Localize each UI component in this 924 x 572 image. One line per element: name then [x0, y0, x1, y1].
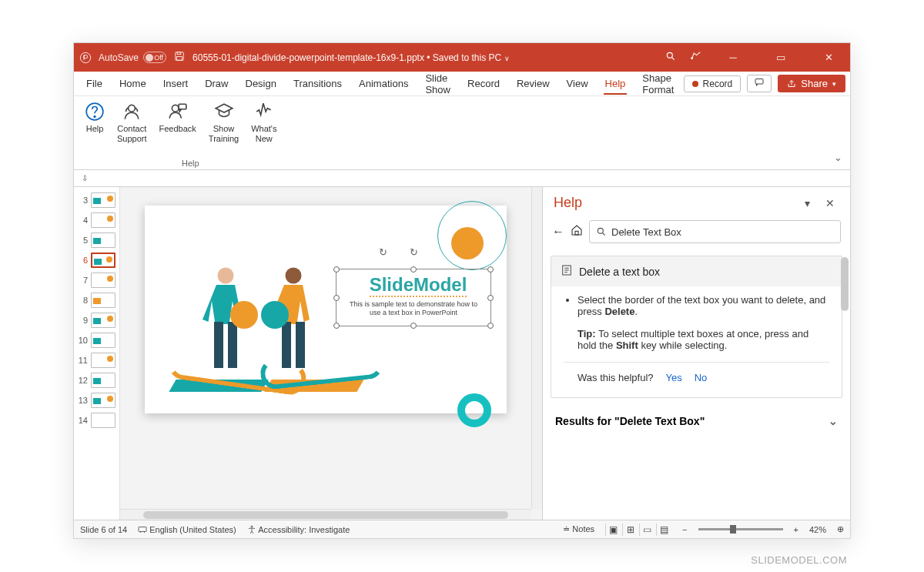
slideshow-view-button[interactable]: ▤	[656, 523, 671, 536]
help-search-input[interactable]: Delete Text Box	[589, 220, 841, 243]
vertical-scrollbar[interactable]	[531, 187, 542, 509]
slide-thumb-12[interactable]: 12	[74, 370, 119, 390]
qat-customize-icon[interactable]: ⇩	[82, 174, 88, 182]
slide-thumb-8[interactable]: 8	[74, 290, 119, 310]
tab-record[interactable]: Record	[460, 73, 507, 94]
ribbon-help-button[interactable]: Help	[79, 99, 111, 168]
notes-button[interactable]: ≐ Notes	[563, 524, 594, 534]
zoom-in-button[interactable]: +	[794, 525, 798, 534]
slide-thumb-10[interactable]: 10	[74, 330, 119, 350]
slide-thumb-14[interactable]: 14	[74, 410, 119, 430]
chevron-down-icon: ⌄	[829, 415, 838, 427]
record-button[interactable]: Record	[684, 75, 742, 92]
tab-file[interactable]: File	[79, 73, 110, 94]
normal-view-button[interactable]: ▣	[605, 523, 621, 536]
tab-view[interactable]: View	[559, 73, 596, 94]
tab-review[interactable]: Review	[509, 73, 557, 94]
svg-point-20	[261, 301, 289, 329]
comments-button[interactable]	[747, 75, 772, 92]
resize-handle[interactable]	[487, 266, 494, 273]
qat-strip: ⇩	[74, 170, 850, 187]
tab-draw[interactable]: Draw	[197, 73, 236, 94]
ribbon-feedback-button[interactable]: Feedback	[153, 99, 203, 168]
tab-home[interactable]: Home	[112, 73, 154, 94]
zoom-out-button[interactable]: −	[682, 525, 687, 534]
feedback-no-link[interactable]: No	[695, 372, 708, 383]
sorter-view-button[interactable]: ⊞	[622, 523, 638, 536]
ribbon-collapse-button[interactable]: ⌄	[834, 152, 842, 163]
ribbon-group-label: Help	[182, 159, 199, 168]
slide-canvas-area[interactable]: ↻ ↻ SlideModel This is sample te	[120, 187, 542, 520]
tab-insert[interactable]: Insert	[156, 73, 196, 94]
resize-handle[interactable]	[487, 323, 494, 329]
svg-rect-2	[177, 52, 181, 55]
ribbon-show-training-button[interactable]: Show Training	[203, 99, 245, 168]
language-status[interactable]: English (United States)	[138, 525, 236, 534]
help-article-tip: Tip: To select multiple text boxes at on…	[564, 328, 829, 362]
slide-thumb-11[interactable]: 11	[74, 350, 119, 370]
svg-point-4	[667, 52, 672, 58]
zoom-slider[interactable]	[698, 528, 783, 530]
autosave-toggle[interactable]: AutoSave Off	[99, 52, 166, 63]
selected-text-box[interactable]: ↻ ↻ SlideModel This is sample te	[336, 269, 491, 326]
document-title[interactable]: 60555-01-digital-divide-powerpoint-templ…	[192, 52, 509, 63]
tab-design[interactable]: Design	[238, 73, 284, 94]
share-button[interactable]: Share▾	[778, 75, 845, 92]
minimize-button[interactable]: ─	[716, 43, 750, 72]
help-results-heading[interactable]: Results for "Delete Text Box" ⌄	[551, 406, 842, 432]
rotate-handle-icon[interactable]: ↻	[410, 246, 418, 258]
slide-thumb-13[interactable]: 13	[74, 390, 119, 410]
reading-view-button[interactable]: ▭	[639, 523, 654, 536]
resize-handle[interactable]	[333, 266, 340, 273]
illustration-person-right	[259, 264, 328, 380]
textbox-title[interactable]: SlideModel	[370, 269, 467, 297]
search-icon[interactable]	[665, 51, 676, 64]
coming-soon-icon[interactable]	[690, 50, 702, 65]
slide-thumbnail-panel[interactable]: 3 4 5 6 7 8 9 10 11 12 13 14	[74, 187, 120, 520]
resize-handle[interactable]	[410, 323, 417, 329]
maximize-button[interactable]: ▭	[764, 43, 798, 72]
help-pane-close-button[interactable]: ✕	[821, 196, 839, 211]
slide-thumb-4[interactable]: 4	[74, 210, 119, 230]
tab-animations[interactable]: Animations	[351, 73, 416, 94]
tab-slideshow[interactable]: Slide Show	[417, 68, 458, 100]
svg-point-11	[172, 105, 179, 112]
slide-thumb-3[interactable]: 3	[74, 190, 119, 210]
help-article-card: Delete a text box Select the border of t…	[551, 256, 842, 398]
help-back-button[interactable]: ←	[552, 225, 564, 239]
slide-thumb-9[interactable]: 9	[74, 310, 119, 330]
resize-handle[interactable]	[487, 295, 494, 301]
feedback-yes-link[interactable]: Yes	[666, 372, 682, 383]
powerpoint-icon	[79, 51, 92, 65]
app-window: AutoSave Off 60555-01-digital-divide-pow…	[73, 42, 851, 539]
slide-thumb-7[interactable]: 7	[74, 270, 119, 290]
rotate-handle-icon[interactable]: ↻	[379, 246, 387, 258]
resize-handle[interactable]	[410, 266, 417, 273]
tab-help[interactable]: Help	[598, 73, 634, 94]
ribbon-whats-new-button[interactable]: What's New	[245, 99, 283, 168]
fit-to-window-button[interactable]: ⊕	[837, 524, 844, 534]
zoom-value[interactable]: 42%	[809, 525, 826, 534]
horizontal-scrollbar[interactable]	[120, 509, 531, 520]
svg-rect-3	[177, 57, 182, 61]
ribbon-contact-support-button[interactable]: Contact Support	[111, 99, 153, 168]
save-icon[interactable]	[174, 51, 185, 64]
svg-rect-21	[575, 231, 578, 235]
svg-rect-7	[755, 79, 763, 85]
tab-transitions[interactable]: Transitions	[286, 73, 350, 94]
slide-thumb-6[interactable]: 6	[74, 250, 119, 270]
tab-shape-format[interactable]: Shape Format	[634, 68, 681, 100]
help-home-button[interactable]	[571, 224, 583, 239]
slide-counter[interactable]: Slide 6 of 14	[80, 525, 127, 534]
slide-thumb-5[interactable]: 5	[74, 230, 119, 250]
help-pane-options-button[interactable]: ▾	[800, 196, 815, 211]
slide[interactable]: ↻ ↻ SlideModel This is sample te	[145, 206, 507, 413]
accessibility-status[interactable]: Accessibility: Investigate	[247, 525, 350, 534]
resize-handle[interactable]	[333, 323, 340, 329]
help-article-heading: Delete a text box	[579, 266, 660, 278]
help-pane: Help ▾ ✕ ← Delete Text Box Delete a text…	[542, 187, 850, 520]
resize-handle[interactable]	[333, 295, 340, 301]
help-pane-scrollbar[interactable]	[841, 257, 849, 311]
close-button[interactable]: ✕	[812, 43, 845, 72]
textbox-subtitle[interactable]: This is sample text to demonstrate how t…	[336, 297, 490, 318]
